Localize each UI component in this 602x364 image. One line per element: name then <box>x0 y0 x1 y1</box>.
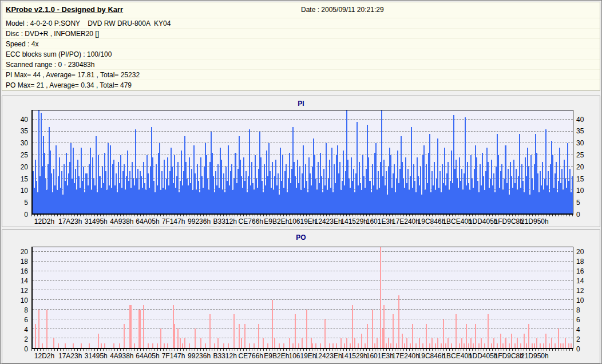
y-tick-label: 4 <box>576 326 580 334</box>
x-tick-label: 99236h <box>188 352 211 360</box>
y-tick-label: 20 <box>21 248 28 256</box>
y-tick-label: 10 <box>576 187 584 195</box>
y-tick-label: 0 <box>576 211 580 219</box>
y-tick-label: 14 <box>576 277 584 285</box>
x-tick-label: 99236h <box>188 217 211 225</box>
y-tick-label: 5 <box>576 199 580 207</box>
title-row: KProbe v2.1.0 - Designed by Karr Date : … <box>2 2 600 18</box>
y-tick-label: 10 <box>21 296 28 304</box>
x-tick-label: 31495h <box>85 352 108 360</box>
y-tick-label: 0 <box>24 211 28 219</box>
y-tick-label: 2 <box>24 335 28 343</box>
x-tick-label: 141529h <box>340 217 367 225</box>
scan-info-panel: KProbe v2.1.0 - Designed by Karr Date : … <box>2 2 600 91</box>
x-tick-label: 1FD9C8h <box>494 352 524 360</box>
po-plot-area <box>31 247 573 349</box>
x-tick-label: 17A23h <box>58 217 82 225</box>
y-tick-label: 12 <box>21 287 28 295</box>
y-tick-label: 15 <box>21 175 28 183</box>
x-tick-label: 1601E3h <box>366 352 394 360</box>
x-tick-label: 4A938h <box>110 217 133 225</box>
info-model: Model : 4-0-2-0 P:SONY DVD RW DRU-800A K… <box>2 18 600 29</box>
y-tick-label: 20 <box>21 163 28 171</box>
y-tick-label: 25 <box>21 151 28 159</box>
bar-series <box>33 247 573 348</box>
scan-date: Date : 2005/09/11 20:21:29 <box>301 6 384 14</box>
x-tick-label: E9B2Eh <box>264 217 289 225</box>
y-tick-label: 18 <box>21 258 28 266</box>
y-tick-label: 8 <box>24 306 28 314</box>
app-title[interactable]: KProbe v2.1.0 - Designed by Karr <box>6 5 123 14</box>
y-tick-label: 12 <box>576 287 584 295</box>
x-tick-label: 1BCE40h <box>442 352 472 360</box>
pi-chart-panel: PI 0510152025303540 0510152025303540 12D… <box>2 96 600 227</box>
y-tick-label: 16 <box>576 267 584 275</box>
x-tick-label: 7F147h <box>162 352 185 360</box>
x-tick-label: 141529h <box>340 352 367 360</box>
x-tick-label: 10619Eh <box>288 352 316 360</box>
info-po-stats: PO Max= 21 , Average= 0.34 , Total= 479 <box>2 80 600 90</box>
x-tick-label: CE766h <box>239 217 263 225</box>
x-tick-label: 17E240h <box>392 352 419 360</box>
x-tick-label: CE766h <box>239 352 263 360</box>
x-tick-label: 12423Eh <box>315 217 342 225</box>
y-tick-label: 15 <box>576 175 584 183</box>
y-tick-label: 6 <box>24 316 28 324</box>
kprobe-window: KProbe v2.1.0 - Designed by Karr Date : … <box>0 0 602 364</box>
x-tick-label: 64A05h <box>136 352 159 360</box>
y-tick-label: 0 <box>576 345 580 353</box>
y-tick-label: 25 <box>576 151 584 159</box>
y-tick-label: 8 <box>576 306 580 314</box>
x-tick-label: 21D950h <box>521 217 549 225</box>
x-tick-label: 21D950h <box>521 352 549 360</box>
y-tick-label: 10 <box>21 187 28 195</box>
pi-x-axis-ticks <box>31 215 573 216</box>
y-tick-label: 18 <box>576 258 584 266</box>
info-ecc-blocks: ECC blocks sum (PI/PO) : 100/100 <box>2 49 600 60</box>
y-tick-label: 16 <box>21 267 28 275</box>
x-tick-label: E9B2Eh <box>264 352 289 360</box>
x-tick-label: B3312h <box>213 217 237 225</box>
x-tick-label: 12D2h <box>34 352 54 360</box>
x-tick-label: 1DD405h <box>469 352 498 360</box>
y-tick-label: 40 <box>576 116 584 124</box>
x-tick-label: 1BCE40h <box>442 217 472 225</box>
x-tick-label: 4A938h <box>110 352 133 360</box>
y-tick-label: 20 <box>576 248 584 256</box>
info-scanned-range: Scanned range : 0 - 230483h <box>2 60 600 70</box>
po-chart-panel: PO 02468101214161820 02468101214161820 1… <box>2 230 600 363</box>
y-tick-label: 35 <box>576 127 584 135</box>
y-tick-label: 6 <box>576 316 580 324</box>
info-disc: Disc : DVD+R , INFOMER20 [] <box>2 29 600 39</box>
pi-x-axis-labels: 12D2h17A23h31495h4A938h64A05h7F147h99236… <box>31 217 573 225</box>
y-tick-label: 14 <box>21 277 28 285</box>
y-tick-label: 30 <box>576 139 584 147</box>
y-tick-label: 5 <box>24 199 28 207</box>
y-tick-label: 0 <box>24 345 28 353</box>
x-tick-label: 19C846h <box>418 217 446 225</box>
pi-plot-area <box>31 110 573 215</box>
x-tick-label: 12D2h <box>34 217 54 225</box>
y-tick-label: 30 <box>21 139 28 147</box>
y-tick-label: 2 <box>576 335 580 343</box>
bar-series <box>33 110 573 213</box>
pi-y-axis-right: 0510152025303540 <box>575 110 599 215</box>
x-tick-label: 64A05h <box>136 217 159 225</box>
pi-y-axis-left: 0510152025303540 <box>3 110 30 215</box>
y-tick-label: 40 <box>21 116 28 124</box>
po-y-axis-right: 02468101214161820 <box>575 247 599 349</box>
y-tick-label: 4 <box>24 326 28 334</box>
po-x-axis-labels: 12D2h17A23h31495h4A938h64A05h7F147h99236… <box>31 352 573 360</box>
x-tick-label: 10619Eh <box>288 217 316 225</box>
po-y-axis-left: 02468101214161820 <box>3 247 30 349</box>
x-tick-label: 7F147h <box>162 217 185 225</box>
x-tick-label: 12423Eh <box>315 352 342 360</box>
po-chart-title: PO <box>2 234 600 242</box>
y-tick-label: 10 <box>576 296 584 304</box>
x-tick-label: 17A23h <box>58 352 82 360</box>
x-tick-label: 17E240h <box>392 217 419 225</box>
x-tick-label: 19C846h <box>418 352 446 360</box>
x-tick-label: 1FD9C8h <box>494 217 524 225</box>
po-x-axis-ticks <box>31 349 573 351</box>
x-tick-label: 31495h <box>85 217 108 225</box>
